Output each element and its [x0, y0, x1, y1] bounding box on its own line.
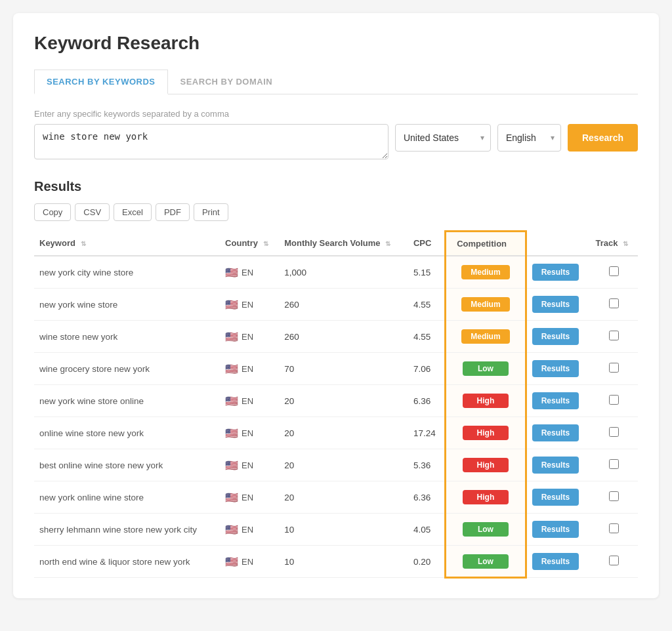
results-section: Results Copy CSV Excel PDF Print Keyword…	[34, 179, 638, 579]
research-button[interactable]: Research	[568, 124, 638, 152]
results-table: Keyword ⇅ Country ⇅ Monthly Search Volum…	[34, 230, 638, 579]
cell-country: 🇺🇸 EN	[220, 385, 279, 417]
cell-country: 🇺🇸 EN	[220, 256, 279, 289]
cell-track	[590, 256, 638, 289]
results-title: Results	[34, 179, 638, 194]
track-checkbox[interactable]	[609, 331, 619, 340]
cell-track	[590, 385, 638, 417]
cell-results-btn[interactable]: Results	[526, 321, 590, 353]
cell-keyword: new york wine store	[34, 289, 220, 321]
track-checkbox[interactable]	[609, 266, 619, 276]
table-row: online wine store new york 🇺🇸 EN 20 17.2…	[34, 417, 638, 449]
cell-keyword: sherry lehmann wine store new york city	[34, 514, 220, 546]
copy-button[interactable]: Copy	[34, 203, 71, 221]
results-button[interactable]: Results	[532, 264, 579, 281]
pdf-button[interactable]: PDF	[156, 203, 190, 221]
results-button[interactable]: Results	[532, 392, 579, 409]
cell-keyword: new york wine store online	[34, 385, 220, 417]
cell-results-btn[interactable]: Results	[526, 417, 590, 449]
table-row: new york wine store 🇺🇸 EN 260 4.55 Mediu…	[34, 289, 638, 321]
table-wrapper: Keyword ⇅ Country ⇅ Monthly Search Volum…	[34, 230, 638, 579]
csv-button[interactable]: CSV	[75, 203, 110, 221]
results-button[interactable]: Results	[532, 457, 579, 474]
cell-cpc: 5.36	[408, 449, 446, 481]
track-checkbox[interactable]	[609, 459, 619, 469]
cell-cpc: 6.36	[408, 481, 446, 514]
tab-bar: SEARCH BY KEYWORDS SEARCH BY DOMAIN	[34, 70, 638, 94]
track-checkbox[interactable]	[609, 427, 619, 437]
table-row: best online wine store new york 🇺🇸 EN 20…	[34, 449, 638, 481]
cell-keyword: new york online wine store	[34, 481, 220, 514]
language-select[interactable]: English Spanish French German	[497, 124, 561, 152]
results-button[interactable]: Results	[532, 424, 579, 441]
cell-track	[590, 514, 638, 546]
sort-icon-track[interactable]: ⇅	[623, 240, 628, 247]
cell-volume: 260	[279, 289, 408, 321]
cell-cpc: 6.36	[408, 385, 446, 417]
excel-button[interactable]: Excel	[114, 203, 152, 221]
flag-icon: 🇺🇸	[225, 491, 238, 504]
track-checkbox[interactable]	[609, 556, 619, 565]
col-header-competition: Competition	[446, 232, 526, 256]
cell-competition: Low	[446, 353, 526, 385]
cell-results-btn[interactable]: Results	[526, 289, 590, 321]
track-checkbox[interactable]	[609, 491, 619, 501]
results-button[interactable]: Results	[532, 328, 579, 345]
cell-competition: High	[446, 417, 526, 449]
competition-badge: Low	[463, 361, 509, 376]
cell-keyword: wine grocery store new york	[34, 353, 220, 385]
cell-competition: Low	[446, 514, 526, 546]
col-header-keyword: Keyword ⇅	[34, 232, 220, 256]
track-checkbox[interactable]	[609, 395, 619, 405]
track-checkbox[interactable]	[609, 523, 619, 533]
results-button[interactable]: Results	[532, 489, 579, 506]
cell-results-btn[interactable]: Results	[526, 256, 590, 289]
cell-results-btn[interactable]: Results	[526, 449, 590, 481]
sort-icon-keyword[interactable]: ⇅	[81, 240, 86, 247]
flag-icon: 🇺🇸	[225, 331, 238, 343]
col-header-volume: Monthly Search Volume ⇅	[279, 232, 408, 256]
cell-country: 🇺🇸 EN	[220, 321, 279, 353]
sort-icon-volume[interactable]: ⇅	[385, 240, 390, 247]
track-checkbox[interactable]	[609, 298, 619, 308]
cell-country: 🇺🇸 EN	[220, 289, 279, 321]
col-header-track: Track ⇅	[590, 232, 638, 256]
print-button[interactable]: Print	[194, 203, 228, 221]
cell-track	[590, 289, 638, 321]
results-button[interactable]: Results	[532, 553, 579, 570]
cell-track	[590, 449, 638, 481]
cell-competition: High	[446, 481, 526, 514]
cell-country: 🇺🇸 EN	[220, 449, 279, 481]
cell-keyword: online wine store new york	[34, 417, 220, 449]
cell-volume: 20	[279, 481, 408, 514]
results-button[interactable]: Results	[532, 296, 579, 313]
cell-competition: High	[446, 449, 526, 481]
tab-search-by-keywords[interactable]: SEARCH BY KEYWORDS	[34, 70, 168, 94]
cell-results-btn[interactable]: Results	[526, 385, 590, 417]
keyword-input[interactable]: wine store new york	[34, 124, 388, 159]
track-checkbox[interactable]	[609, 363, 619, 373]
cell-results-btn[interactable]: Results	[526, 514, 590, 546]
results-button[interactable]: Results	[532, 360, 579, 377]
cell-keyword: new york city wine store	[34, 256, 220, 289]
cell-country: 🇺🇸 EN	[220, 546, 279, 578]
cell-results-btn[interactable]: Results	[526, 546, 590, 578]
competition-badge: High	[463, 458, 509, 472]
sort-icon-country[interactable]: ⇅	[263, 240, 268, 247]
country-select[interactable]: United States United Kingdom Canada Aust…	[395, 124, 491, 152]
tab-search-by-domain[interactable]: SEARCH BY DOMAIN	[168, 70, 285, 94]
competition-badge: High	[463, 426, 509, 440]
cell-results-btn[interactable]: Results	[526, 353, 590, 385]
competition-badge: Medium	[461, 297, 509, 312]
cell-volume: 10	[279, 546, 408, 578]
col-header-cpc: CPC	[408, 232, 446, 256]
cell-cpc: 4.05	[408, 514, 446, 546]
cell-cpc: 4.55	[408, 289, 446, 321]
flag-icon: 🇺🇸	[225, 298, 238, 311]
flag-icon: 🇺🇸	[225, 427, 238, 439]
results-button[interactable]: Results	[532, 521, 579, 538]
competition-badge: Medium	[461, 329, 509, 344]
cell-country: 🇺🇸 EN	[220, 417, 279, 449]
competition-badge: Medium	[461, 265, 509, 279]
cell-results-btn[interactable]: Results	[526, 481, 590, 514]
